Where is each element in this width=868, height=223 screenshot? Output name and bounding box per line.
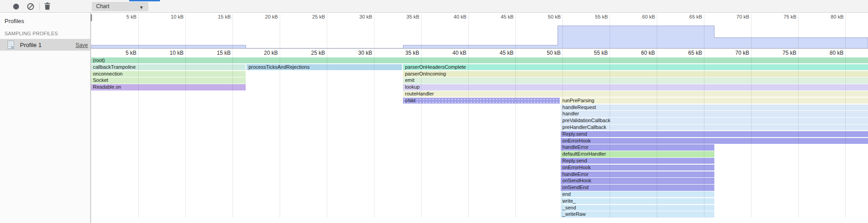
flame-bar[interactable]: write_ <box>561 198 714 204</box>
flame-bar-label: emit <box>405 77 414 83</box>
flame-tick-label: 5 kB <box>107 50 136 56</box>
flame-bar-label: Socket <box>93 77 108 83</box>
flame-tick-label: 25 kB <box>296 50 325 56</box>
flame-bar[interactable]: onconnection <box>91 71 246 77</box>
flame-bar[interactable]: _send <box>561 205 714 211</box>
gridline <box>185 14 186 218</box>
overview-tick-label: 45 kB <box>486 14 514 19</box>
flame-tick-label: 50 kB <box>532 50 561 56</box>
clear-icon[interactable] <box>27 3 34 10</box>
flame-bar[interactable]: runPreParsing <box>561 98 868 104</box>
flame-bar[interactable]: callbackTrampoline <box>91 64 246 70</box>
flame-bar[interactable]: handleRequest <box>561 104 868 110</box>
overview-tick-label: 60 kB <box>628 14 655 19</box>
vertical-scrollbar-thumb[interactable] <box>91 14 92 21</box>
flame-bar[interactable]: onSendHook <box>561 178 714 184</box>
flame-bar-label: handleRequest <box>563 104 596 110</box>
save-link[interactable]: Save <box>76 42 88 48</box>
overview-tick-label: 75 kB <box>769 14 796 19</box>
toolbar: Chart ▼ <box>0 0 868 13</box>
flame-bar-label: onErrorHook <box>563 138 591 143</box>
chart-view-select[interactable]: Chart ▼ <box>92 2 148 11</box>
overview-tick-label: 40 kB <box>439 14 466 19</box>
gridline <box>657 14 657 218</box>
flame-tick-label: 15 kB <box>202 50 231 56</box>
overview-tick-label: 5 kB <box>109 14 136 19</box>
flame-bar-label: (root) <box>93 57 105 63</box>
flame-bar-label: runPreParsing <box>563 98 594 103</box>
gridline <box>280 14 280 218</box>
gridline <box>704 14 704 218</box>
overview-tick-label: 30 kB <box>345 14 372 19</box>
flame-bar-label: lookup <box>405 84 419 90</box>
profile-document-icon: % <box>6 40 15 51</box>
flame-tick-label: 40 kB <box>437 50 466 56</box>
flame-bar[interactable]: child <box>403 98 559 104</box>
flame-tick-label: 65 kB <box>673 50 702 56</box>
flame-bar[interactable]: processTicksAndRejections <box>247 64 402 70</box>
flame-bar-label: end <box>563 191 571 197</box>
flame-bar[interactable]: end <box>561 191 714 197</box>
overview-tick-label: 15 kB <box>204 14 231 19</box>
flame-bar-label: write_ <box>563 198 576 204</box>
gridline <box>374 14 374 218</box>
flame-bar-label: handleError <box>563 144 588 150</box>
flame-bar-label: defaultErrorHandler <box>563 151 606 157</box>
trash-icon[interactable] <box>44 2 51 10</box>
flame-bar[interactable]: Reply.send <box>561 158 714 164</box>
flame-tick-label: 10 kB <box>155 50 184 56</box>
flame-bar[interactable]: Socket <box>91 77 246 83</box>
flame-bar-label: parserOnHeadersComplete <box>405 64 466 70</box>
flame-bar[interactable]: preHandlerCallback <box>561 124 868 130</box>
gridline <box>751 14 752 218</box>
flame-bar-label: onSendHook <box>563 178 592 183</box>
flame-bar-label: Readable.on <box>93 84 121 90</box>
flame-tick-label: 30 kB <box>343 50 372 56</box>
flame-bar-label: Reply.send <box>563 131 587 137</box>
overview-tick-label: 70 kB <box>722 14 749 19</box>
flame-bar[interactable]: handleError <box>561 171 714 177</box>
overview-tick-label: 50 kB <box>533 14 561 19</box>
memory-profiler-panel: Chart ▼ Profiles SAMPLING PROFILES % Pro… <box>0 0 868 223</box>
toolbar-divider <box>39 3 40 10</box>
sampling-profiles-section-title: SAMPLING PROFILES <box>5 31 58 36</box>
flame-bar[interactable]: onErrorHook <box>561 165 714 171</box>
flame-bar[interactable]: preValidationCallback <box>561 118 868 123</box>
flame-tick-label: 55 kB <box>579 50 608 56</box>
gridline <box>845 14 846 218</box>
flame-tick-label: 75 kB <box>767 50 796 56</box>
flame-bar[interactable]: _writeRaw <box>561 211 714 217</box>
sidebar: Profiles SAMPLING PROFILES % Profile 1 S… <box>0 13 91 223</box>
flame-bar-label: preHandlerCallback <box>563 124 606 130</box>
flame-bar[interactable]: Reply.send <box>561 131 868 137</box>
flame-bar-label: handleError <box>563 171 588 177</box>
gridline <box>327 14 327 218</box>
gridline <box>468 14 469 218</box>
flame-bar[interactable]: handler <box>561 111 868 117</box>
record-button[interactable] <box>13 4 19 9</box>
active-tab-indicator <box>129 0 160 1</box>
gridline <box>138 14 139 218</box>
overview-tick-label: 55 kB <box>581 14 608 19</box>
flame-bar[interactable]: defaultErrorHandler <box>561 151 714 157</box>
flame-bar-label: Reply.send <box>563 158 587 163</box>
flame-bar[interactable]: onSendEnd <box>561 185 714 190</box>
gridline <box>515 14 516 218</box>
flame-bar-label: preValidationCallback <box>563 118 611 123</box>
profile-list-item[interactable]: % Profile 1 Save <box>0 39 90 51</box>
flame-bar[interactable]: Readable.on <box>91 84 246 90</box>
flame-bar-label: callbackTrampoline <box>93 64 136 70</box>
flame-bar-label: handler <box>563 111 579 116</box>
flame-tick-label: 20 kB <box>249 50 278 56</box>
flame-bar-label: onErrorHook <box>563 165 591 170</box>
flame-tick-label: 70 kB <box>720 50 749 56</box>
chart-view-select-value: Chart <box>96 3 109 9</box>
flame-bar[interactable]: handleError <box>561 144 714 150</box>
flame-bar-label: _writeRaw <box>563 211 586 217</box>
flame-bar-label: routeHandler <box>405 91 434 96</box>
flame-bar-label: child <box>405 98 415 103</box>
gridline <box>610 14 610 218</box>
flame-bar[interactable]: onErrorHook <box>561 138 868 144</box>
overview-tick-label: 25 kB <box>298 14 325 19</box>
overview-tick-label: 65 kB <box>675 14 702 19</box>
